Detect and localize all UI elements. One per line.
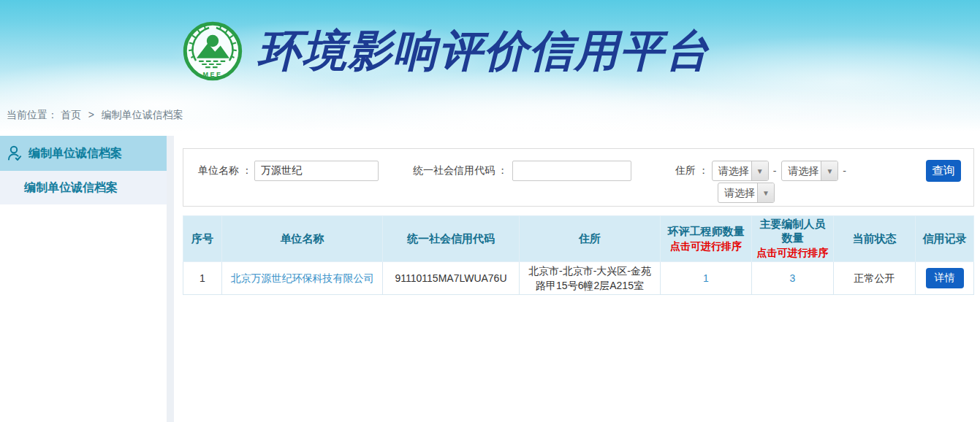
search-panel: 单位名称 ： 统一社会信用代码 ： 住所 ： 请选择 ▼ - 请选择 ▼ - 请… — [183, 148, 974, 207]
district-select-value: 请选择 — [718, 183, 757, 202]
main-content: 单位名称 ： 统一社会信用代码 ： 住所 ： 请选择 ▼ - 请选择 ▼ - 请… — [183, 131, 974, 422]
sidebar-subitem-label: 编制单位诚信档案 — [24, 180, 118, 196]
city-select-value: 请选择 — [782, 161, 821, 180]
address-label: 住所 ： — [675, 164, 709, 177]
detail-button[interactable]: 详情 — [926, 268, 964, 288]
province-select-value: 请选择 — [713, 161, 751, 180]
results-table: 序号 单位名称 统一社会信用代码 住所 环评工程师数量 点击可进行排序 主要编制… — [183, 215, 974, 295]
query-button[interactable]: 查询 — [926, 160, 961, 182]
address-province-select[interactable]: 请选择 ▼ — [712, 161, 769, 181]
col-company-name: 单位名称 — [222, 216, 383, 262]
address-dash-1: - — [773, 165, 777, 177]
credit-code-label: 统一社会信用代码 ： — [413, 164, 508, 177]
status-value: 正常公开 — [834, 262, 916, 295]
col-index: 序号 — [183, 216, 222, 262]
breadcrumb: 当前位置： 首页 > 编制单位诚信档案 — [7, 109, 183, 122]
breadcrumb-separator: > — [88, 109, 94, 120]
user-check-icon — [6, 145, 23, 162]
sidebar-subitem-unit-credit-archive[interactable]: 编制单位诚信档案 — [0, 171, 167, 204]
staff-count-link[interactable]: 3 — [790, 272, 796, 284]
search-row-1: 单位名称 ： 统一社会信用代码 ： 住所 ： 请选择 ▼ - 请选择 ▼ - — [183, 161, 973, 181]
sidebar-item-unit-credit-archive[interactable]: 编制单位诚信档案 — [0, 136, 167, 171]
company-name-input[interactable] — [254, 161, 379, 181]
address-district-select[interactable]: 请选择 ▼ — [718, 183, 775, 203]
search-row-2: 请选择 ▼ — [718, 183, 973, 203]
engineer-sort-hint[interactable]: 点击可进行排序 — [664, 240, 748, 253]
row-index: 1 — [183, 262, 222, 295]
col-engineer-count-label: 环评工程师数量 — [668, 225, 745, 237]
mee-logo-icon: MEE — [183, 21, 243, 81]
table-row: 1 北京万源世纪环保科技有限公司 91110115MA7LWUA76U 北京市-… — [183, 262, 974, 295]
credit-code-input[interactable] — [512, 161, 631, 181]
col-current-status: 当前状态 — [834, 216, 916, 262]
credit-code-value: 91110115MA7LWUA76U — [383, 262, 520, 295]
content-layout: 编制单位诚信档案 编制单位诚信档案 单位名称 ： 统一社会信用代码 ： 住所 ：… — [0, 131, 980, 422]
breadcrumb-home-link[interactable]: 首页 — [61, 109, 81, 120]
chevron-down-icon[interactable]: ▼ — [757, 183, 774, 202]
sky-header: MEE 环境影响评价信用平台 当前位置： 首页 > 编制单位诚信档案 — [0, 0, 980, 131]
col-staff-count-sortable[interactable]: 主要编制人员数量 点击可进行排序 — [752, 216, 834, 262]
page-title: 环境影响评价信用平台 — [257, 22, 710, 81]
address-city-select[interactable]: 请选择 ▼ — [781, 161, 838, 181]
col-address: 住所 — [520, 216, 661, 262]
chevron-down-icon[interactable]: ▼ — [751, 161, 768, 180]
company-name-label: 单位名称 ： — [198, 164, 252, 177]
brand: MEE 环境影响评价信用平台 — [0, 0, 980, 102]
col-staff-count-label: 主要编制人员数量 — [760, 218, 826, 244]
breadcrumb-prefix: 当前位置： — [7, 109, 58, 120]
table-header-row: 序号 单位名称 统一社会信用代码 住所 环评工程师数量 点击可进行排序 主要编制… — [183, 216, 974, 262]
address-value: 北京市-北京市-大兴区-金苑路甲15号6幢2层A215室 — [520, 262, 661, 295]
col-credit-code: 统一社会信用代码 — [383, 216, 520, 262]
col-engineer-count-sortable[interactable]: 环评工程师数量 点击可进行排序 — [661, 216, 752, 262]
chevron-down-icon[interactable]: ▼ — [821, 161, 837, 180]
logo-text: MEE — [203, 71, 223, 78]
engineer-count-link[interactable]: 1 — [703, 272, 709, 284]
breadcrumb-current: 编制单位诚信档案 — [102, 109, 183, 120]
address-dash-2: - — [843, 165, 846, 177]
sidebar-item-label: 编制单位诚信档案 — [29, 146, 122, 161]
staff-sort-hint[interactable]: 点击可进行排序 — [755, 247, 830, 260]
company-name-link[interactable]: 北京万源世纪环保科技有限公司 — [231, 272, 374, 284]
col-credit-record: 信用记录 — [916, 216, 974, 262]
sidebar: 编制单位诚信档案 编制单位诚信档案 — [0, 131, 167, 422]
sidebar-divider — [167, 136, 174, 422]
